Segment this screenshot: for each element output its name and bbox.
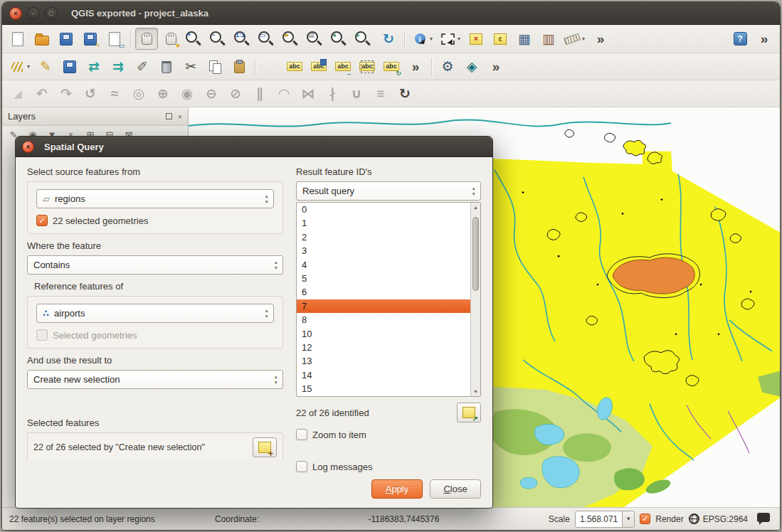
window-maximize-button[interactable] xyxy=(45,7,58,20)
show-selected-features-button[interactable] xyxy=(253,437,277,457)
identify-features-button[interactable] xyxy=(409,28,435,50)
dialog-close-button[interactable] xyxy=(22,141,34,153)
offset-curve-button[interactable]: ∥ xyxy=(248,83,271,105)
window-minimize-button[interactable] xyxy=(27,7,40,20)
add-part-button[interactable]: ⊕ xyxy=(152,83,174,105)
save-project-button[interactable] xyxy=(55,28,78,50)
split-features-button[interactable]: ∤ xyxy=(321,83,344,105)
processing-toolbox-button[interactable]: ⚙ xyxy=(436,55,459,78)
result-query-combo[interactable]: Result query xyxy=(296,181,481,201)
field-calculator-button[interactable]: ▥ xyxy=(537,28,560,50)
zoom-to-layer-button[interactable]: ▤ xyxy=(305,28,327,50)
digitizing-overflow-button[interactable]: » xyxy=(485,55,507,78)
predicate-combo[interactable]: Contains xyxy=(27,255,283,275)
deselect-features-button[interactable]: × xyxy=(465,28,487,50)
scroll-up-icon[interactable] xyxy=(473,203,478,212)
result-id-item[interactable]: 0 xyxy=(297,203,470,216)
dialog-titlebar[interactable]: Spatial Query xyxy=(16,137,492,157)
label-properties-button[interactable] xyxy=(356,55,379,78)
result-id-item[interactable]: 14 xyxy=(297,368,470,382)
scale-dropdown-icon[interactable] xyxy=(622,511,634,527)
source-layer-combo[interactable]: ▱ regions xyxy=(36,189,274,208)
zoom-last-button[interactable]: ◂ xyxy=(329,28,352,50)
result-id-item[interactable]: 12 xyxy=(297,341,470,354)
zoom-in-button[interactable]: + xyxy=(184,28,206,50)
crs-status-button[interactable]: EPSG:2964 xyxy=(689,514,748,524)
current-edits-button[interactable] xyxy=(6,55,33,78)
layers-panel-header[interactable]: Layers × xyxy=(2,107,188,126)
new-project-button[interactable] xyxy=(6,28,29,50)
label-pin-button[interactable] xyxy=(307,55,330,78)
reshape-features-button[interactable]: ◠ xyxy=(273,83,295,105)
zoom-full-button[interactable]: ▭ xyxy=(256,28,279,50)
split-parts-button[interactable]: ⋈ xyxy=(297,83,319,105)
titlebar[interactable]: QGIS exported - project_alaska xyxy=(2,2,780,25)
rotate-feature-button[interactable]: ↺ xyxy=(79,83,102,105)
cut-features-button[interactable]: ✂ xyxy=(179,55,202,78)
result-id-item[interactable]: 4 xyxy=(297,258,470,272)
zoom-out-button[interactable]: − xyxy=(208,28,231,50)
merge-attributes-button[interactable]: ≡ xyxy=(369,83,392,105)
plugin-button[interactable]: ◈ xyxy=(460,55,483,78)
messages-log-icon[interactable] xyxy=(757,513,770,522)
result-id-item[interactable]: 2 xyxy=(297,230,470,244)
cad-tools-button[interactable]: ◢ xyxy=(6,83,29,105)
result-id-item[interactable]: 13 xyxy=(297,354,470,368)
move-feature-button[interactable]: ⇉ xyxy=(107,55,130,78)
refresh-map-button[interactable]: ↻ xyxy=(377,28,400,50)
paste-features-button[interactable] xyxy=(228,55,250,78)
result-id-item[interactable]: 8 xyxy=(297,313,470,326)
select-features-button[interactable] xyxy=(437,28,463,50)
window-close-button[interactable] xyxy=(9,7,22,20)
toggle-editing-button[interactable]: ✎ xyxy=(34,55,57,78)
merge-features-button[interactable]: ∪ xyxy=(345,83,368,105)
zoom-to-identified-button[interactable] xyxy=(457,403,481,422)
redo-button[interactable]: ↷ xyxy=(55,83,78,105)
pan-map-button[interactable] xyxy=(135,28,158,50)
render-checkbox[interactable]: Render xyxy=(640,514,683,524)
add-feature-button[interactable]: ⇄ xyxy=(83,55,105,78)
apply-button[interactable]: Apply xyxy=(371,479,423,499)
scrollbar-thumb[interactable] xyxy=(472,217,479,290)
undo-button[interactable]: ↶ xyxy=(31,83,53,105)
log-messages-checkbox[interactable]: Log messages xyxy=(296,461,492,472)
delete-selected-button[interactable] xyxy=(155,55,178,78)
source-selected-checkbox[interactable]: 22 selected geometries xyxy=(36,215,274,226)
save-layer-edits-button[interactable] xyxy=(58,55,81,78)
add-ring-button[interactable]: ◎ xyxy=(127,83,150,105)
label-rotate-button[interactable] xyxy=(380,55,403,78)
help-button[interactable] xyxy=(729,28,751,50)
list-scrollbar[interactable] xyxy=(470,203,480,396)
result-id-item[interactable]: 15 xyxy=(297,382,470,395)
label-overflow-button[interactable]: » xyxy=(404,55,427,78)
panel-close-icon[interactable]: × xyxy=(178,112,182,121)
zoom-native-button[interactable]: 1:1 xyxy=(232,28,255,50)
open-project-button[interactable] xyxy=(31,28,53,50)
result-id-item[interactable]: 7 xyxy=(297,299,470,313)
coordinate-input[interactable]: -1186383,7445376 xyxy=(264,514,544,524)
result-id-item[interactable]: 6 xyxy=(297,285,470,299)
result-id-item[interactable]: 3 xyxy=(297,244,470,257)
zoom-next-button[interactable]: ▸ xyxy=(353,28,376,50)
combo-spinner-icon[interactable] xyxy=(273,374,280,385)
zoom-to-selection-button[interactable]: ▰ xyxy=(280,28,303,50)
fill-ring-button[interactable]: ◉ xyxy=(176,83,199,105)
node-tool-button[interactable]: ✐ xyxy=(131,55,154,78)
scrollbar-track[interactable] xyxy=(471,212,480,387)
label-button[interactable] xyxy=(283,55,306,78)
simplify-feature-button[interactable]: ≈ xyxy=(103,83,126,105)
combo-spinner-icon[interactable] xyxy=(263,308,270,319)
measure-button[interactable] xyxy=(561,28,588,50)
toolbar-overflow-button[interactable]: » xyxy=(589,28,612,50)
copy-features-button[interactable] xyxy=(204,55,226,78)
result-id-item[interactable]: 1 xyxy=(297,216,470,230)
result-id-item[interactable]: 5 xyxy=(297,272,470,285)
panel-float-icon[interactable] xyxy=(166,113,172,119)
pan-to-selection-button[interactable]: ★ xyxy=(159,28,182,50)
rotate-symbols-button[interactable]: ↻ xyxy=(393,83,416,105)
scale-combo[interactable]: 1.568.071 xyxy=(575,511,635,528)
combo-spinner-icon[interactable] xyxy=(470,186,477,196)
zoom-to-item-checkbox[interactable]: Zoom to item xyxy=(296,429,481,440)
delete-ring-button[interactable]: ⊖ xyxy=(200,83,223,105)
attribute-table-button[interactable]: ▦ xyxy=(513,28,536,50)
